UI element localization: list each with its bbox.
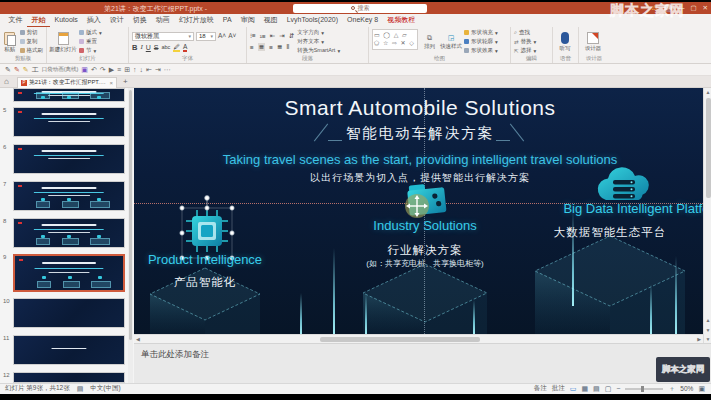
more-icon[interactable]: ⋯ <box>164 66 171 73</box>
dictate-button[interactable]: 听写 <box>556 29 574 56</box>
ribbon-tab-13[interactable]: OneKey 8 <box>343 14 383 26</box>
ribbon-tab-6[interactable]: 切换 <box>128 14 151 26</box>
slide-thumbnail-8[interactable] <box>13 218 125 248</box>
clear-format-button[interactable]: abc <box>162 44 171 50</box>
new-tab-button[interactable]: + <box>123 77 128 86</box>
align-text-button[interactable]: 对齐文本 ▾ <box>297 38 340 45</box>
highlight-color-button[interactable]: 🖉 <box>173 43 180 52</box>
slide-thumbnail-6[interactable] <box>13 144 125 174</box>
document-tab[interactable]: P 第21讲：改变工作汇报PPT.pptx × <box>17 77 117 89</box>
ribbon-tab-2[interactable]: 开始 <box>27 14 50 27</box>
shape-effects-button[interactable]: 形状效果 ▾ <box>464 47 498 54</box>
font-color-button[interactable]: A <box>183 43 187 52</box>
line-spacing-button[interactable]: ⇵ <box>289 32 294 40</box>
close-button[interactable]: ✕ <box>703 5 708 12</box>
ribbon-tab-1[interactable]: 文件 <box>4 14 27 26</box>
tool-icon[interactable]: 工 <box>32 66 39 73</box>
ribbon-tab-8[interactable]: 幻灯片放映 <box>174 14 218 26</box>
format-painter-button[interactable]: 格式刷 <box>20 47 44 54</box>
maximize-button[interactable]: ▢ <box>690 5 696 12</box>
section-button[interactable]: 节 ▾ <box>79 47 102 54</box>
smartart-button[interactable]: 转换为SmartArt ▾ <box>297 47 340 54</box>
bold-button[interactable]: B <box>132 43 137 52</box>
grow-font-button[interactable]: A˄ <box>218 32 226 41</box>
slide-thumbnail-9[interactable] <box>13 254 125 292</box>
ribbon-tab-10[interactable]: 审阅 <box>236 14 259 26</box>
slide-thumbnail-7[interactable] <box>13 181 125 211</box>
close-tab-icon[interactable]: × <box>109 80 113 86</box>
spellcheck-icon[interactable]: ▤ <box>77 385 84 393</box>
pocket-animation-label[interactable]: 口袋动画(离线) <box>42 66 79 73</box>
comments-toggle[interactable]: 批注 <box>552 384 565 393</box>
align-center-button[interactable]: ≣ <box>258 43 265 51</box>
shape-outline-button[interactable]: 形状轮廓 ▾ <box>464 38 498 45</box>
column3-label-en[interactable]: Big Data Intelligent Platform <box>504 201 703 216</box>
zoom-in-icon[interactable]: ＋ <box>668 384 675 394</box>
column2-note[interactable]: (如：共享充电桩、共享换电柜等) <box>315 258 535 269</box>
fit-to-window-icon[interactable]: ▣ <box>698 385 705 393</box>
column1-label-en[interactable]: Product Intelligence <box>134 252 295 267</box>
shrink-font-button[interactable]: A˅ <box>228 32 236 41</box>
grid-icon[interactable]: ⊞ <box>124 66 130 73</box>
copy-button[interactable]: 复制 <box>20 38 44 45</box>
normal-view-icon[interactable]: ▭ <box>570 385 577 393</box>
slide-canvas[interactable]: Smart Automobile Solutions 智能电动车解决方案 Tak… <box>134 88 703 334</box>
slideshow-view-icon[interactable]: ▢ <box>605 385 612 393</box>
column3-label-cn[interactable]: 大数据智能生态平台 <box>520 225 700 240</box>
ribbon-tab-4[interactable]: 插入 <box>82 14 105 26</box>
search-input[interactable]: 搜索 <box>293 4 427 13</box>
align-right-button[interactable]: ≡ <box>269 44 273 51</box>
justify-button[interactable]: ≣ <box>277 43 282 51</box>
underline-button[interactable]: U <box>146 44 151 51</box>
list-icon[interactable]: ≡ <box>117 66 121 73</box>
highlighter-icon[interactable]: ✎ <box>23 66 29 73</box>
zoom-slider[interactable] <box>625 388 663 390</box>
new-slide-button[interactable]: 新建幻灯片 <box>50 29 76 56</box>
align-left-button[interactable]: ≡ <box>250 44 254 51</box>
ribbon-tab-14[interactable]: 视频教程 <box>383 14 420 26</box>
redo-icon[interactable]: ↷ <box>100 66 106 73</box>
ribbon-tab-9[interactable]: PA <box>218 14 236 26</box>
select-button[interactable]: ⇱选择 ▾ <box>514 47 536 54</box>
font-name-combo[interactable]: 微软雅黑▾ <box>132 32 194 41</box>
slide-thumbnail-10[interactable] <box>13 298 125 328</box>
reset-button[interactable]: 重置 <box>79 38 102 45</box>
column2-label-cn[interactable]: 行业解决方案 <box>335 243 515 258</box>
ribbon-tab-7[interactable]: 动画 <box>151 14 174 26</box>
move-down-icon[interactable]: ↓ <box>140 66 144 73</box>
zoom-level[interactable]: 50% <box>680 385 693 392</box>
layout-button[interactable]: 版式 ▾ <box>79 29 102 36</box>
ribbon-tab-11[interactable]: 视图 <box>259 14 282 26</box>
account-avatar[interactable] <box>664 4 672 12</box>
column2-label-en[interactable]: Industry Solutions <box>335 218 515 233</box>
language-indicator[interactable]: 中文(中国) <box>90 384 120 393</box>
strikethrough-button[interactable]: S <box>154 44 159 51</box>
column1-label-cn[interactable]: 产品智能化 <box>134 275 295 290</box>
indent-left-icon[interactable]: ⇤ <box>146 66 152 73</box>
replace-button[interactable]: ⇄替换 ▾ <box>514 38 536 45</box>
ribbon-tab-12[interactable]: LvyhTools(2020) <box>282 14 342 26</box>
slide-sorter-icon[interactable]: ▦ <box>581 385 588 393</box>
quick-styles-button[interactable]: ◲ 快速样式 <box>441 29 461 56</box>
zoom-out-icon[interactable]: − <box>616 385 620 392</box>
reading-view-icon[interactable]: ▤ <box>593 385 600 393</box>
thumbnail-scrollbar[interactable] <box>128 88 134 383</box>
slide-thumbnail-12[interactable] <box>13 372 125 383</box>
move-up-icon[interactable]: ↑ <box>133 66 137 73</box>
minimize-button[interactable]: — <box>678 5 685 12</box>
slide-thumbnail-5[interactable] <box>13 107 125 137</box>
find-button[interactable]: ⌕查找 <box>514 29 536 36</box>
bullets-button[interactable]: ⁝≡ <box>250 32 256 40</box>
outdent-button[interactable]: ⇤ <box>270 32 275 40</box>
cut-button[interactable]: 剪切 <box>20 29 44 36</box>
slide-thumbnail-11[interactable] <box>13 335 125 365</box>
designer-button[interactable]: 设计器 <box>582 29 604 56</box>
shape-fill-button[interactable]: 形状填充 ▾ <box>464 29 498 36</box>
ribbon-tab-3[interactable]: Kutools <box>50 14 82 26</box>
ribbon-tab-5[interactable]: 设计 <box>105 14 128 26</box>
undo-icon[interactable]: ↶ <box>91 66 97 73</box>
pen-icon[interactable]: ✎ <box>14 66 20 73</box>
vertical-scrollbar-thumb[interactable] <box>706 98 711 198</box>
font-size-combo[interactable]: 18▾ <box>196 32 216 41</box>
pen-icon[interactable]: ✎ <box>5 66 11 73</box>
